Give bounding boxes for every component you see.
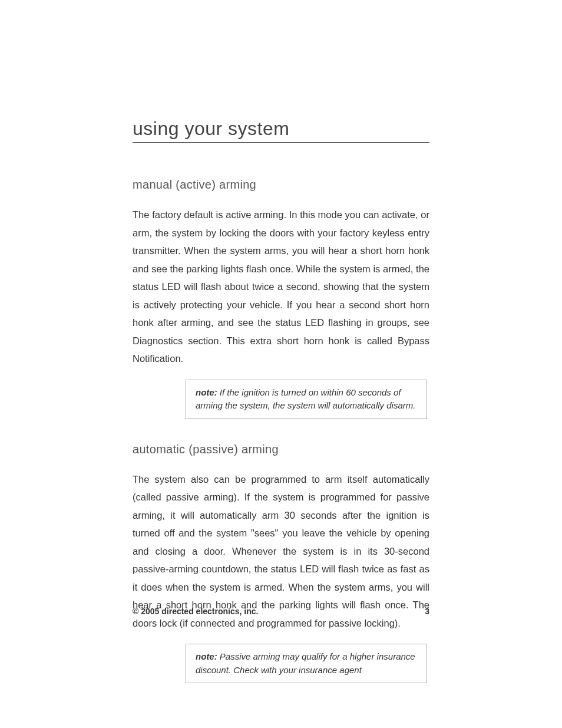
note-2-label: note: bbox=[196, 651, 217, 661]
section-1-body: The factory default is active arming. In… bbox=[133, 206, 429, 368]
note-box-2: note: Passive arming may qualify for a h… bbox=[186, 644, 427, 683]
page-content: using your system manual (active) arming… bbox=[0, 0, 562, 683]
note-box-1: note: If the ignition is turned on withi… bbox=[186, 380, 427, 419]
note-1-text: If the ignition is turned on within 60 s… bbox=[196, 387, 415, 411]
main-heading: using your system bbox=[133, 118, 429, 143]
note-2-text: Passive arming may qualify for a higher … bbox=[196, 651, 415, 675]
page-number: 3 bbox=[425, 607, 429, 616]
note-1-content: note: If the ignition is turned on withi… bbox=[196, 387, 415, 411]
section-1-title: manual (active) arming bbox=[133, 178, 429, 192]
page-footer: © 2005 directed electronics, inc. 3 bbox=[133, 607, 429, 616]
section-2-title: automatic (passive) arming bbox=[133, 443, 429, 456]
note-1-label: note: bbox=[196, 387, 217, 397]
note-2-content: note: Passive arming may qualify for a h… bbox=[196, 651, 415, 675]
copyright-text: © 2005 directed electronics, inc. bbox=[133, 607, 258, 616]
